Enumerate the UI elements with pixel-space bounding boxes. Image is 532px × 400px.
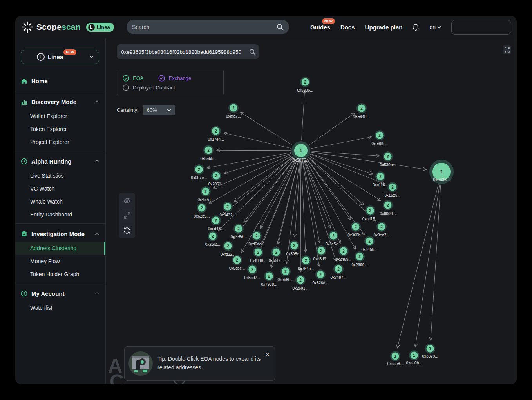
search-input[interactable] xyxy=(132,24,277,30)
graph-node[interactable]: 20xd6dd... xyxy=(248,231,264,246)
graph-node[interactable]: 20x530b... xyxy=(380,151,396,167)
graph-node[interactable]: 20x25f2... xyxy=(205,231,220,247)
graph-node[interactable]: 20xe399... xyxy=(371,130,387,146)
sidebar-item-address-clustering[interactable]: Address Clustering xyxy=(15,242,105,255)
sidebar-section-investigation-mode[interactable]: Investigation Mode xyxy=(15,226,105,242)
node-count: 2 xyxy=(299,278,302,282)
graph-node[interactable]: 20x2469... xyxy=(335,246,351,262)
graph-node[interactable]: 20xcd15... xyxy=(362,205,378,221)
sidebar-section-home[interactable]: Home xyxy=(15,73,105,89)
network-selector[interactable]: L LineaNEW xyxy=(21,50,99,64)
graph-node[interactable]: 20x5abb... xyxy=(200,145,216,161)
graph-node[interactable]: 20x7487... xyxy=(330,264,346,280)
sidebar-item-token-explorer[interactable]: Token Explorer xyxy=(15,122,105,135)
sidebar-item-entity-dashboard[interactable]: Entity Dashboard xyxy=(15,208,105,221)
node-count: 2 xyxy=(251,267,253,272)
sidebar-item-wallet-explorer[interactable]: Wallet Explorer xyxy=(15,109,105,122)
node-address-label: 0xd6dd... xyxy=(248,242,264,246)
graph-node[interactable]: 20x3e5e... xyxy=(325,231,341,246)
graph-node[interactable]: 20x360b... xyxy=(347,222,364,237)
graph-node[interactable]: 20x62b5... xyxy=(194,203,210,218)
graph-node[interactable]: 20xd8d9... xyxy=(313,245,329,261)
node-address-label: 0xb5f7... xyxy=(269,258,284,263)
address-input[interactable] xyxy=(121,49,249,55)
refresh-button[interactable] xyxy=(119,223,135,238)
close-icon[interactable]: ✕ xyxy=(265,351,270,357)
graph-edge xyxy=(244,158,295,222)
nav-link-upgrade-plan[interactable]: Upgrade plan xyxy=(365,24,403,31)
graph-node[interactable]: 20x17e4... xyxy=(208,126,224,142)
sidebar-section-alpha-hunting[interactable]: Alpha Hunting xyxy=(15,153,105,169)
graph-edge xyxy=(219,158,293,230)
graph-node[interactable]: 10xcae8... xyxy=(387,351,404,366)
sidebar-item-watchlist[interactable]: Watchlist xyxy=(15,301,105,314)
graph-edge xyxy=(217,150,291,151)
graph-node[interactable]: 10xae0b... xyxy=(406,350,422,365)
graph-node[interactable]: 20xafa7... xyxy=(226,103,241,118)
fit-view-button[interactable] xyxy=(119,208,135,223)
graph-node[interactable]: 20xeb8b... xyxy=(277,266,293,282)
graph-node[interactable]: 20x645b... xyxy=(361,236,377,252)
graph-node[interactable]: 20x4d39... xyxy=(250,247,266,263)
hide-labels-button[interactable] xyxy=(119,193,135,208)
background-watermark: C xyxy=(110,370,124,384)
logo[interactable]: Scopescan L Linea xyxy=(22,21,114,33)
graph-node[interactable]: 20x2691... xyxy=(292,275,308,291)
node-count: 2 xyxy=(293,244,295,248)
sidebar-section-discovery-mode[interactable]: Discovery Mode xyxy=(15,94,105,109)
graph-canvas[interactable]: 20x5805...20xafa7...20xe948...20x17e4...… xyxy=(106,38,517,384)
nav-link-guides[interactable]: GuidesNEW xyxy=(310,24,330,31)
new-badge: NEW xyxy=(63,49,76,55)
search-icon[interactable] xyxy=(249,49,256,55)
graph-node[interactable]: 10xe936... xyxy=(429,160,454,184)
legend-deployed-contract[interactable]: Deployed Contract xyxy=(123,84,175,91)
graph-node[interactable]: 20xc116... xyxy=(373,171,388,187)
graph-node[interactable]: 20x5cbc... xyxy=(229,255,245,271)
notification-bell-icon[interactable] xyxy=(413,24,419,31)
node-address-label: 0x530b... xyxy=(380,163,396,167)
graph-node[interactable]: 20xe948... xyxy=(353,103,369,119)
graph-node[interactable]: 20x5805... xyxy=(297,77,313,93)
node-address-label: 0xae0b... xyxy=(406,361,422,365)
graph-node[interactable]: 20x6006... xyxy=(380,200,396,216)
certainty-control: Certainty: 60% xyxy=(117,105,175,115)
graph-node[interactable]: 20xfd22... xyxy=(221,241,235,256)
node-address-label: 0x645b... xyxy=(361,247,377,252)
node-address-label: 0x360b... xyxy=(347,233,364,237)
graph-node[interactable]: 20xb5f7... xyxy=(269,247,284,263)
fullscreen-button[interactable] xyxy=(503,45,511,54)
node-address-label: 0x3ea7... xyxy=(373,233,389,237)
sidebar-item-live-statistics[interactable]: Live Statistics xyxy=(15,169,105,182)
graph-node[interactable]: 20x2051... xyxy=(208,171,224,186)
graph-node[interactable]: 20xce8d... xyxy=(231,224,247,239)
node-address-label: 0x6006... xyxy=(380,211,396,216)
node-address-label: 0xce8d... xyxy=(231,235,247,239)
sidebar-item-vc-watch[interactable]: VC Watch xyxy=(15,182,105,195)
sidebar-item-project-explorer[interactable]: Project Explorer xyxy=(15,135,105,148)
graph-node[interactable]: 20xcd48... xyxy=(208,215,224,231)
sidebar-item-token-holder-graph[interactable]: Token Holder Graph xyxy=(15,267,105,280)
language-selector[interactable]: en xyxy=(429,24,441,30)
node-count: 2 xyxy=(319,273,322,277)
graph-node[interactable]: 20x0b7e... xyxy=(191,164,207,180)
legend-exchange[interactable]: Exchange xyxy=(158,75,191,82)
legend-eoa[interactable]: EOA xyxy=(123,75,143,82)
connect-wallet-button[interactable] xyxy=(451,20,511,35)
sidebar-section-my-account[interactable]: My Account xyxy=(15,285,105,301)
sidebar-item-whale-watch[interactable]: Whale Watch xyxy=(15,195,105,208)
graph-node[interactable]: 20x7988... xyxy=(261,271,277,287)
certainty-dropdown[interactable]: 60% xyxy=(143,105,175,115)
sidebar-item-money-flow[interactable]: Money Flow xyxy=(15,255,105,267)
node-address-label: 0xcae8... xyxy=(387,362,404,366)
graph-node[interactable]: 20x5ad7... xyxy=(244,264,260,280)
graph-node[interactable]: 10x5075... xyxy=(291,141,310,162)
nav-link-docs[interactable]: Docs xyxy=(340,24,355,31)
graph-node[interactable]: 20x2390... xyxy=(351,251,367,267)
node-count: 2 xyxy=(342,249,345,253)
graph-node[interactable]: 20x4e7d... xyxy=(197,186,214,202)
graph-node[interactable]: 20x3ea7... xyxy=(373,222,389,237)
graph-node[interactable]: 20x6432... xyxy=(219,202,235,217)
search-icon[interactable] xyxy=(277,24,284,31)
graph-node[interactable]: 20x826d... xyxy=(312,269,328,285)
graph-node[interactable]: 10x3379... xyxy=(422,344,438,358)
